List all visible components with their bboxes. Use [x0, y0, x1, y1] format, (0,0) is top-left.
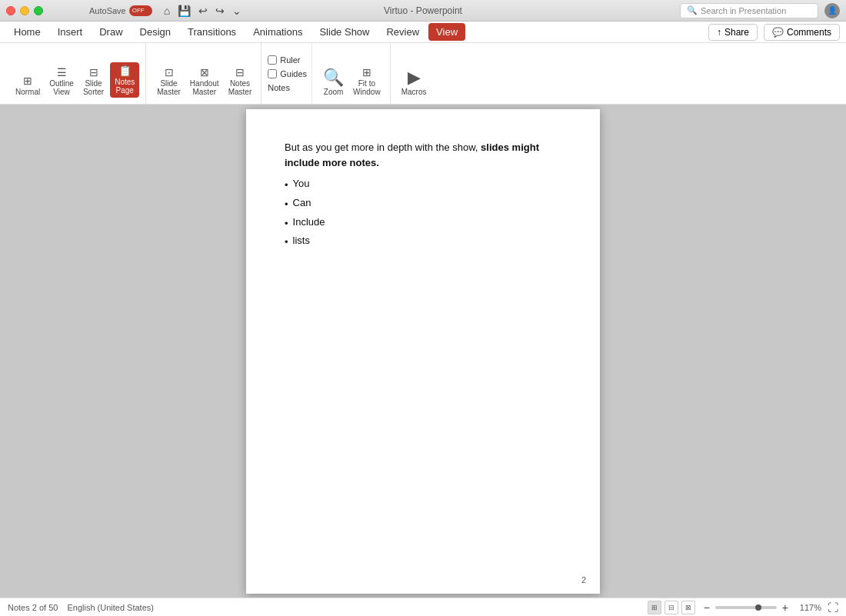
notes-info: Notes 2 of 50	[8, 603, 58, 612]
ruler-check-item[interactable]: Ruler	[268, 55, 307, 65]
menu-design[interactable]: Design	[132, 23, 178, 41]
guides-check-item[interactable]: Guides	[268, 69, 307, 78]
bullet-item-include: Include	[293, 215, 325, 231]
normal-view-label: Normal	[15, 88, 40, 96]
menu-slideshow[interactable]: Slide Show	[311, 23, 377, 41]
redo-icon[interactable]: ↪	[213, 3, 227, 18]
zoom-icon: 🔍	[323, 69, 344, 86]
close-button[interactable]	[6, 6, 15, 15]
list-item: • Include	[285, 215, 561, 232]
menu-insert[interactable]: Insert	[50, 23, 91, 41]
share-button[interactable]: ↑ Share	[708, 24, 758, 41]
more-icon[interactable]: ⌄	[230, 3, 244, 18]
macros-icon: ▶	[408, 69, 421, 86]
autosave-label: AutoSave	[89, 6, 126, 15]
zoom-btn[interactable]: 🔍 Zoom	[320, 68, 347, 98]
slide-sorter-icon: ⊟	[89, 67, 98, 78]
language-info: English (United States)	[67, 603, 154, 612]
zoom-thumb	[755, 604, 761, 611]
menu-animations[interactable]: Animations	[245, 23, 310, 41]
autosave-area: AutoSave OFF	[89, 5, 152, 16]
handout-master-btn[interactable]: ⊠ HandoutMaster	[187, 65, 222, 98]
master-views-section: ⊡ SlideMaster ⊠ HandoutMaster ⊟ NotesMas…	[148, 43, 261, 104]
menu-draw[interactable]: Draw	[92, 23, 130, 41]
menu-review[interactable]: Review	[378, 23, 427, 41]
zoom-level: 117%	[797, 603, 821, 612]
view-reading-btn[interactable]: ⊠	[681, 601, 695, 614]
list-item: • lists	[285, 233, 561, 251]
zoom-track[interactable]	[715, 606, 777, 609]
menu-view[interactable]: View	[428, 23, 465, 41]
slide-content: But as you get more in depth with the sh…	[246, 109, 600, 594]
search-bar[interactable]: 🔍 Search in Presentation	[680, 3, 818, 18]
toolbar-icons: ⌂ 💾 ↩ ↪ ⌄	[162, 3, 244, 18]
save-icon[interactable]: 💾	[175, 3, 193, 18]
fullscreen-btn[interactable]: ⛶	[828, 601, 838, 614]
notes-page-icon: 📋	[118, 65, 132, 76]
slide-paragraph: But as you get more in depth with the sh…	[285, 140, 561, 172]
view-grid-btn[interactable]: ⊟	[664, 601, 678, 614]
autosave-toggle[interactable]: OFF	[129, 5, 152, 16]
handout-master-label: HandoutMaster	[190, 79, 219, 96]
list-item: • You	[285, 176, 561, 194]
list-item: • Can	[285, 195, 561, 213]
normal-view-btn[interactable]: ⊞ Normal	[12, 74, 43, 98]
bullet-dot: •	[285, 197, 288, 213]
notes-check-item[interactable]: Notes	[268, 83, 307, 92]
menu-transitions[interactable]: Transitions	[180, 23, 244, 41]
view-normal-btn[interactable]: ⊞	[648, 601, 661, 614]
bullet-dot: •	[285, 216, 288, 232]
status-right: ⊞ ⊟ ⊠ − + 117% ⛶	[648, 600, 838, 615]
presentation-views-section: ⊞ Normal ☰ OutlineView ⊟ SlideSorter 📋 N…	[6, 43, 146, 104]
guides-checkbox[interactable]	[268, 69, 277, 78]
notes-page-btn[interactable]: 📋 NotesPage	[110, 62, 139, 98]
notes-master-label: NotesMaster	[228, 79, 252, 96]
slide-master-btn[interactable]: ⊡ SlideMaster	[154, 65, 184, 98]
fit-window-btn[interactable]: ⊞ Fit toWindow	[350, 65, 384, 98]
slide-page: But as you get more in depth with the sh…	[246, 109, 600, 594]
bullet-item-you: You	[293, 176, 310, 192]
slide-sorter-label: SlideSorter	[83, 79, 104, 96]
maximize-button[interactable]	[34, 6, 43, 15]
slide-paragraph-regular: But as you get more in depth with the sh…	[285, 142, 478, 153]
zoom-plus-btn[interactable]: +	[780, 600, 791, 615]
minimize-button[interactable]	[20, 6, 29, 15]
outline-view-btn[interactable]: ☰ OutlineView	[46, 65, 77, 98]
notes-label: Notes	[268, 83, 290, 92]
search-icon: 🔍	[687, 5, 698, 15]
page-number: 2	[581, 575, 586, 584]
search-placeholder: Search in Presentation	[701, 6, 786, 15]
bullet-list: • You • Can • Include •	[285, 176, 561, 251]
notes-page-label: NotesPage	[115, 78, 135, 95]
slide-master-icon: ⊡	[165, 67, 174, 78]
title-bar: AutoSave OFF ⌂ 💾 ↩ ↪ ⌄ Virtuo - Powerpoi…	[0, 0, 846, 22]
comments-icon: 💬	[772, 27, 784, 38]
bullet-dot: •	[285, 178, 288, 194]
view-icons: ⊞ ⊟ ⊠	[648, 601, 695, 614]
show-group: Ruler Guides Notes	[263, 43, 312, 104]
slide-area[interactable]: But as you get more in depth with the sh…	[0, 105, 846, 598]
bullet-dot: •	[285, 235, 288, 251]
ruler-label: Ruler	[280, 55, 300, 65]
macros-btn[interactable]: ▶ Macros	[398, 68, 430, 98]
title-text: Virtuo - Powerpoint	[384, 5, 462, 16]
zoom-section: 🔍 Zoom ⊞ Fit toWindow	[314, 43, 391, 104]
menu-right: ↑ Share 💬 Comments	[708, 24, 840, 41]
menu-bar: Home Insert Draw Design Transitions Anim…	[0, 22, 846, 43]
zoom-minus-btn[interactable]: −	[701, 600, 712, 615]
notes-master-btn[interactable]: ⊟ NotesMaster	[225, 65, 255, 98]
home-icon[interactable]: ⌂	[162, 3, 172, 18]
menu-home[interactable]: Home	[6, 23, 48, 41]
share-icon: ↑	[717, 27, 721, 38]
title-bar-right: 🔍 Search in Presentation 👤	[680, 3, 840, 18]
undo-icon[interactable]: ↩	[196, 3, 210, 18]
ruler-checkbox[interactable]	[268, 55, 277, 65]
outline-view-label: OutlineView	[49, 79, 74, 96]
user-avatar[interactable]: 👤	[824, 3, 840, 18]
traffic-lights	[6, 6, 43, 15]
comments-button[interactable]: 💬 Comments	[764, 24, 840, 41]
slide-sorter-btn[interactable]: ⊟ SlideSorter	[80, 65, 107, 98]
fit-window-label: Fit toWindow	[353, 79, 381, 96]
fit-window-icon: ⊞	[362, 67, 371, 78]
handout-master-icon: ⊠	[200, 67, 209, 78]
